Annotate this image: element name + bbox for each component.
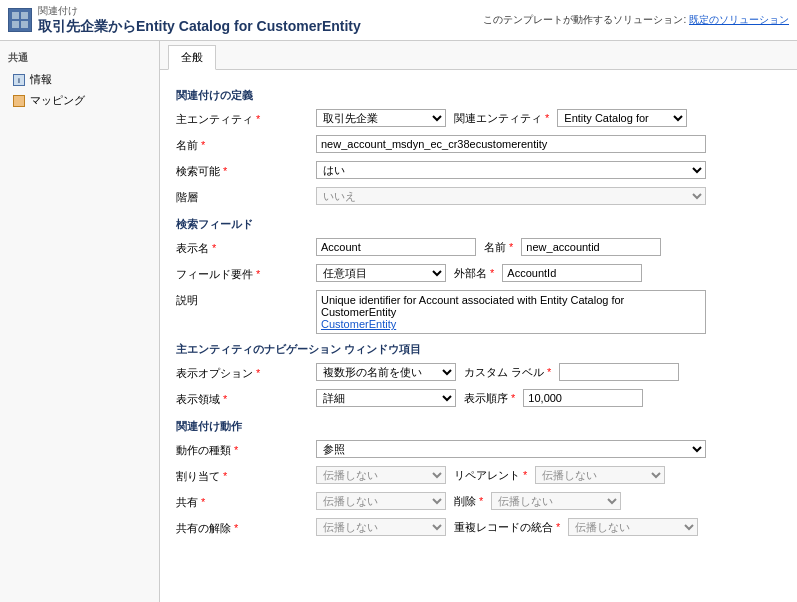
external-name-label: 外部名 * [454,266,494,281]
tab-general[interactable]: 全般 [168,45,216,70]
top-bar: 関連付け 取引先企業からEntity Catalog for CustomerE… [0,0,797,41]
primary-entity-select[interactable]: 取引先企業 [316,109,446,127]
display-name-label: 表示名 * [176,238,316,256]
map-icon [12,94,26,108]
content-area: 全般 関連付けの定義 主エンティティ * [160,41,797,602]
display-area-select[interactable]: 詳細 [316,389,456,407]
sidebar-section-label: 共通 [0,49,159,67]
display-option-row: 表示オプション * 複数形の名前を使い カスタム ラベル * [176,363,781,385]
primary-entity-row: 主エンティティ * 取引先企業 関連エンティティ * [176,109,781,131]
unshare-select[interactable]: 伝播しない [316,518,446,536]
action-type-label: 動作の種類 * [176,440,316,458]
solution-label: このテンプレートが動作するソリューション: [483,14,686,25]
section-nav-title: 主エンティティのナビゲーション ウィンドウ項目 [176,342,781,359]
display-area-row: 表示領域 * 詳細 表示順序 * [176,389,781,411]
searchable-label: 検索可能 * [176,161,316,179]
description-row: 説明 Unique identifier for Account associa… [176,290,781,334]
svg-rect-0 [12,12,19,19]
breadcrumb: 関連付け [38,4,361,18]
merge-select[interactable]: 伝播しない [568,518,698,536]
solution-info: このテンプレートが動作するソリューション: 既定のソリューション [483,13,789,27]
name-input[interactable] [316,135,706,153]
action-type-select[interactable]: 参照 [316,440,706,458]
display-order-input[interactable] [523,389,643,407]
merge-label: 重複レコードの統合 * [454,520,560,535]
assign-select[interactable]: 伝播しない [316,466,446,484]
custom-label-label: カスタム ラベル * [464,365,551,380]
primary-entity-label: 主エンティティ * [176,109,316,127]
assign-row: 割り当て * 伝播しない リペアレント * [176,466,781,488]
description-link[interactable]: CustomerEntity [321,318,396,330]
sidebar: 共通 i 情報 マッピング [0,41,160,602]
display-option-label: 表示オプション * [176,363,316,381]
custom-label-input[interactable] [559,363,679,381]
name-label: 名前 * [176,135,316,153]
tabs: 全般 [160,41,797,70]
share-label: 共有 * [176,492,316,510]
solution-link[interactable]: 既定のソリューション [689,14,789,25]
searchable-row: 検索可能 * はい [176,161,781,183]
form-area: 関連付けの定義 主エンティティ * 取引先企業 [160,70,797,602]
hierarchy-label: 階層 [176,187,316,205]
sidebar-item-info[interactable]: i 情報 [0,69,159,90]
hierarchy-row: 階層 いいえ [176,187,781,209]
reparent-label: リペアレント * [454,468,527,483]
share-select[interactable]: 伝播しない [316,492,446,510]
action-type-row: 動作の種類 * 参照 [176,440,781,462]
delete-select[interactable]: 伝播しない [491,492,621,510]
field-req-select[interactable]: 任意項目 [316,264,446,282]
external-name-input[interactable] [502,264,642,282]
name2-input[interactable] [521,238,661,256]
display-name-row: 表示名 * 名前 * [176,238,781,260]
display-area-label: 表示領域 * [176,389,316,407]
display-option-select[interactable]: 複数形の名前を使い [316,363,456,381]
display-name-input[interactable] [316,238,476,256]
section-action-title: 関連付け動作 [176,419,781,436]
sidebar-item-mapping-label: マッピング [30,93,85,108]
section-definition-title: 関連付けの定義 [176,88,781,105]
field-req-row: フィールド要件 * 任意項目 外部名 * [176,264,781,286]
top-bar-left: 関連付け 取引先企業からEntity Catalog for CustomerE… [8,4,361,36]
section-search-title: 検索フィールド [176,217,781,234]
related-entity-select[interactable]: Entity Catalog for [557,109,687,127]
related-entity-label: 関連エンティティ * [454,111,549,126]
title-area: 関連付け 取引先企業からEntity Catalog for CustomerE… [38,4,361,36]
share-row: 共有 * 伝播しない 削除 * 伝播しな [176,492,781,514]
page-title: 取引先企業からEntity Catalog for CustomerEntity [38,18,361,34]
unshare-row: 共有の解除 * 伝播しない 重複レコードの統合 * [176,518,781,540]
searchable-select[interactable]: はい [316,161,706,179]
sidebar-item-info-label: 情報 [30,72,52,87]
info-icon: i [12,73,26,87]
hierarchy-select[interactable]: いいえ [316,187,706,205]
primary-entity-control: 取引先企業 関連エンティティ * Entity Catalog for [316,109,781,127]
svg-rect-1 [21,12,28,19]
name-row: 名前 * [176,135,781,157]
assign-label: 割り当て * [176,466,316,484]
unshare-label: 共有の解除 * [176,518,316,536]
field-req-label: フィールド要件 * [176,264,316,282]
sidebar-item-mapping[interactable]: マッピング [0,90,159,111]
svg-rect-2 [12,21,19,28]
app-icon [8,8,32,32]
delete-label: 削除 * [454,494,483,509]
name2-label: 名前 * [484,240,513,255]
svg-rect-3 [21,21,28,28]
display-order-label: 表示順序 * [464,391,515,406]
description-text: Unique identifier for Account associated… [316,290,706,334]
description-label: 説明 [176,290,316,308]
reparent-select[interactable]: 伝播しない [535,466,665,484]
